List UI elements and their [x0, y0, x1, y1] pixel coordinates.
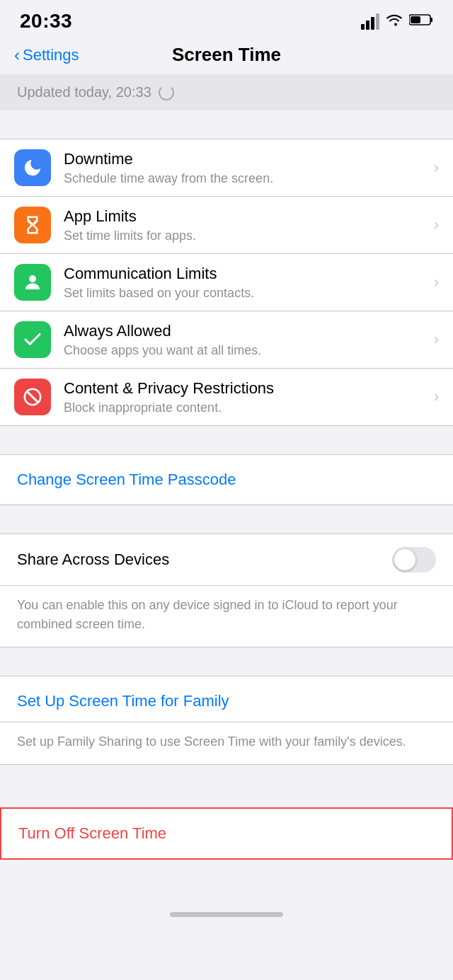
checkmark-icon — [22, 329, 43, 350]
turnoff-section: Turn Off Screen Time — [0, 807, 453, 860]
downtime-icon-bg — [14, 149, 51, 186]
app-limits-icon-bg — [14, 207, 51, 243]
home-indicator — [0, 902, 453, 931]
loading-spinner — [159, 85, 174, 100]
svg-line-5 — [28, 392, 38, 403]
battery-icon — [409, 13, 433, 29]
content-privacy-chevron-icon: › — [434, 388, 439, 406]
page-title: Screen Time — [172, 44, 281, 66]
change-passcode-button[interactable]: Change Screen Time Passcode — [17, 471, 236, 489]
content-privacy-icon-bg — [14, 379, 51, 415]
signal-icon — [361, 13, 379, 30]
communication-limits-chevron-icon: › — [434, 273, 439, 292]
content-privacy-title: Content & Privacy Restrictions — [64, 379, 428, 398]
nav-bar: ‹ Settings Screen Time — [0, 38, 453, 74]
downtime-chevron-icon: › — [434, 158, 439, 177]
menu-section: Downtime Schedule time away from the scr… — [0, 139, 453, 426]
passcode-section: Change Screen Time Passcode — [0, 454, 453, 505]
status-bar: 20:33 — [0, 0, 453, 38]
family-section: Set Up Screen Time for Family Set up Fam… — [0, 676, 453, 765]
app-limits-chevron-icon: › — [434, 216, 439, 234]
svg-point-3 — [29, 275, 36, 282]
no-icon — [22, 386, 43, 408]
always-allowed-title: Always Allowed — [64, 322, 428, 340]
updated-bar: Updated today, 20:33 — [0, 74, 453, 110]
downtime-subtitle: Schedule time away from the screen. — [64, 171, 428, 186]
app-limits-title: App Limits — [64, 207, 428, 226]
back-chevron-icon: ‹ — [14, 45, 20, 65]
content-privacy-row[interactable]: Content & Privacy Restrictions Block ina… — [0, 369, 453, 425]
always-allowed-subtitle: Choose apps you want at all times. — [64, 343, 428, 358]
back-label: Settings — [23, 46, 79, 64]
svg-rect-1 — [430, 18, 432, 22]
share-row: Share Across Devices — [0, 534, 453, 586]
home-bar — [170, 912, 283, 917]
downtime-row[interactable]: Downtime Schedule time away from the scr… — [0, 139, 453, 197]
turnoff-button[interactable]: Turn Off Screen Time — [1, 809, 452, 858]
app-limits-row[interactable]: App Limits Set time limits for apps. › — [0, 197, 453, 254]
communication-limits-row[interactable]: Communication Limits Set limits based on… — [0, 254, 453, 311]
app-limits-subtitle: Set time limits for apps. — [64, 229, 428, 243]
wifi-icon — [385, 13, 403, 30]
downtime-text: Downtime Schedule time away from the scr… — [64, 150, 428, 186]
share-description: You can enable this on any device signed… — [0, 586, 453, 647]
always-allowed-row[interactable]: Always Allowed Choose apps you want at a… — [0, 311, 453, 369]
communication-limits-title: Communication Limits — [64, 265, 428, 283]
person-icon — [22, 272, 43, 293]
hourglass-icon — [22, 214, 43, 236]
communication-limits-text: Communication Limits Set limits based on… — [64, 265, 428, 301]
content-privacy-text: Content & Privacy Restrictions Block ina… — [64, 379, 428, 415]
always-allowed-icon-bg — [14, 321, 51, 358]
communication-limits-icon-bg — [14, 264, 51, 301]
moon-icon — [22, 157, 43, 178]
downtime-title: Downtime — [64, 150, 428, 168]
status-icons — [361, 13, 433, 30]
always-allowed-chevron-icon: › — [434, 330, 439, 349]
app-limits-text: App Limits Set time limits for apps. — [64, 207, 428, 243]
setup-family-button[interactable]: Set Up Screen Time for Family — [0, 676, 453, 722]
status-time: 20:33 — [20, 10, 72, 33]
back-button[interactable]: ‹ Settings — [14, 45, 79, 65]
share-toggle[interactable] — [392, 547, 436, 572]
updated-text: Updated today, 20:33 — [17, 84, 151, 100]
svg-rect-2 — [411, 16, 420, 23]
share-label: Share Across Devices — [17, 550, 169, 569]
family-description: Set up Family Sharing to use Screen Time… — [0, 722, 453, 764]
toggle-knob — [394, 549, 415, 570]
communication-limits-subtitle: Set limits based on your contacts. — [64, 286, 428, 301]
always-allowed-text: Always Allowed Choose apps you want at a… — [64, 322, 428, 358]
content-privacy-subtitle: Block inappropriate content. — [64, 400, 428, 415]
share-section: Share Across Devices You can enable this… — [0, 534, 453, 647]
